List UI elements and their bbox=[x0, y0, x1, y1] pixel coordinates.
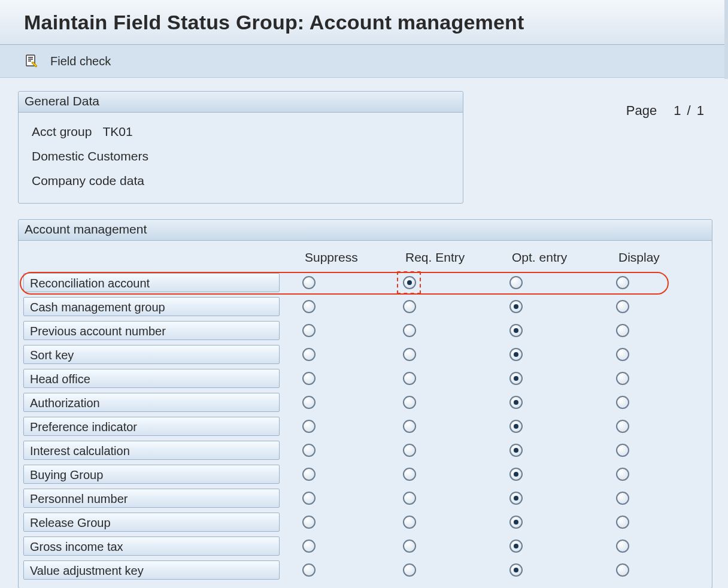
radio-option[interactable] bbox=[509, 420, 523, 433]
field-status-row: Head office bbox=[23, 366, 707, 390]
radio-option[interactable] bbox=[302, 444, 316, 457]
radio-option[interactable] bbox=[509, 348, 523, 361]
field-status-row: Cash management group bbox=[23, 295, 707, 319]
radio-option[interactable] bbox=[302, 563, 316, 577]
radio-option[interactable] bbox=[403, 348, 416, 361]
radio-option[interactable] bbox=[403, 563, 416, 577]
radio-option[interactable] bbox=[509, 516, 523, 529]
field-status-row: Authorization bbox=[23, 390, 707, 414]
radio-option[interactable] bbox=[616, 468, 629, 481]
radio-cell bbox=[599, 516, 672, 529]
row-label: Cash management group bbox=[23, 297, 280, 316]
page-sep: / bbox=[687, 103, 692, 118]
radio-option[interactable] bbox=[616, 300, 629, 313]
radio-option[interactable] bbox=[616, 324, 629, 337]
general-line-scope: Company code data bbox=[32, 169, 452, 193]
field-status-row: Previous account number bbox=[23, 319, 707, 343]
row-label: Head office bbox=[23, 369, 280, 388]
radio-cell bbox=[493, 516, 599, 529]
radio-option[interactable] bbox=[403, 468, 416, 481]
radio-option[interactable] bbox=[403, 396, 416, 409]
radio-cell bbox=[493, 324, 599, 337]
title-bar: Maintain Field Status Group: Account man… bbox=[0, 0, 728, 45]
radio-option[interactable] bbox=[302, 468, 316, 481]
radio-cell bbox=[599, 444, 672, 457]
radio-option[interactable] bbox=[616, 539, 629, 553]
radio-option[interactable] bbox=[403, 444, 416, 457]
radio-option[interactable] bbox=[403, 516, 416, 529]
radio-option[interactable] bbox=[616, 492, 629, 505]
radio-cell bbox=[599, 563, 672, 577]
radio-option[interactable] bbox=[616, 444, 629, 457]
radio-option[interactable] bbox=[403, 492, 416, 505]
page-title: Maintain Field Status Group: Account man… bbox=[24, 11, 524, 34]
radio-option[interactable] bbox=[509, 372, 523, 385]
page-total: 1 bbox=[697, 103, 705, 118]
svg-rect-2 bbox=[28, 59, 33, 60]
radio-cell bbox=[286, 539, 386, 553]
row-label: Release Group bbox=[23, 513, 280, 532]
field-check-button[interactable]: Field check bbox=[50, 54, 111, 68]
radio-option[interactable] bbox=[616, 348, 629, 361]
radio-option[interactable] bbox=[509, 324, 523, 337]
radio-option[interactable] bbox=[509, 563, 523, 577]
field-check-icon[interactable] bbox=[24, 53, 40, 69]
radio-option[interactable] bbox=[509, 396, 523, 409]
radio-cell bbox=[386, 372, 493, 385]
radio-option[interactable] bbox=[403, 300, 416, 313]
field-status-row: Sort key bbox=[23, 343, 707, 366]
radio-option[interactable] bbox=[403, 324, 416, 337]
radio-option[interactable] bbox=[302, 300, 316, 313]
radio-option[interactable] bbox=[302, 492, 316, 505]
radio-cell bbox=[386, 300, 493, 313]
radio-option[interactable] bbox=[302, 276, 316, 289]
radio-cell bbox=[493, 563, 599, 577]
radio-option[interactable] bbox=[302, 539, 316, 553]
radio-option[interactable] bbox=[302, 348, 316, 361]
radio-option[interactable] bbox=[616, 563, 629, 577]
radio-cell bbox=[493, 444, 599, 457]
radio-option[interactable] bbox=[509, 276, 523, 289]
page-indicator: Page 1 / 1 bbox=[626, 103, 705, 119]
radio-option[interactable] bbox=[302, 396, 316, 409]
radio-option[interactable] bbox=[302, 516, 316, 529]
radio-option[interactable] bbox=[302, 420, 316, 433]
radio-cell bbox=[493, 468, 599, 481]
radio-option[interactable] bbox=[616, 516, 629, 529]
radio-cell bbox=[599, 539, 672, 553]
account-management-panel: Account management SuppressReq. EntryOpt… bbox=[18, 219, 712, 588]
radio-option[interactable] bbox=[616, 372, 629, 385]
radio-option[interactable] bbox=[302, 324, 316, 337]
radio-cell bbox=[599, 372, 672, 385]
field-status-row: Personnel number bbox=[23, 486, 707, 510]
radio-cell bbox=[386, 348, 493, 361]
general-line-desc: Domestic Customers bbox=[32, 144, 452, 169]
radio-option[interactable] bbox=[403, 372, 416, 385]
radio-cell bbox=[286, 563, 386, 577]
radio-cell bbox=[493, 348, 599, 361]
radio-cell bbox=[286, 492, 386, 505]
radio-option[interactable] bbox=[302, 372, 316, 385]
radio-cell bbox=[286, 276, 386, 289]
radio-option[interactable] bbox=[509, 492, 523, 505]
radio-cell bbox=[493, 372, 599, 385]
column-header-row: SuppressReq. EntryOpt. entryDisplay bbox=[23, 244, 707, 271]
radio-option[interactable] bbox=[509, 468, 523, 481]
radio-option[interactable] bbox=[403, 420, 416, 433]
radio-cell bbox=[286, 300, 386, 313]
radio-option[interactable] bbox=[616, 396, 629, 409]
radio-option[interactable] bbox=[509, 300, 523, 313]
radio-option[interactable] bbox=[616, 276, 629, 289]
radio-option[interactable] bbox=[509, 444, 523, 457]
radio-option[interactable] bbox=[403, 276, 416, 289]
svg-rect-1 bbox=[28, 57, 33, 58]
radio-cell bbox=[386, 444, 493, 457]
row-label: Interest calculation bbox=[23, 441, 280, 460]
radio-option[interactable] bbox=[616, 420, 629, 433]
acct-group-value: TK01 bbox=[102, 120, 132, 144]
radio-cell bbox=[386, 539, 493, 553]
radio-option[interactable] bbox=[509, 539, 523, 553]
radio-option[interactable] bbox=[403, 539, 416, 553]
row-label: Value adjustment key bbox=[23, 560, 280, 580]
row-label: Sort key bbox=[23, 345, 280, 364]
